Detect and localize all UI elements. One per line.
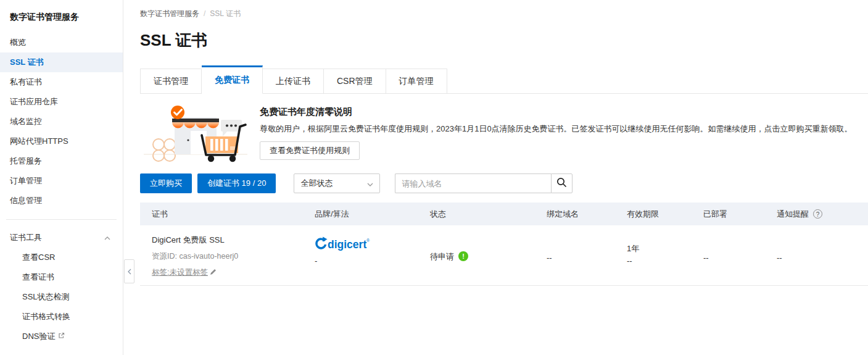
sidebar-item-ssl-status-check[interactable]: SSL状态检测 bbox=[0, 287, 123, 307]
main-content: 数字证书管理服务/SSL 证书 SSL 证书 证书管理 免费证书 上传证书 CS… bbox=[124, 0, 868, 355]
domain-search bbox=[395, 173, 572, 193]
status-filter-select[interactable]: 全部状态 bbox=[294, 173, 380, 193]
chevron-up-icon bbox=[104, 228, 110, 248]
banner-body: 免费证书年度清零说明 尊敬的用户，根据阿里云免费证书年度使用规则，2023年1月… bbox=[260, 101, 853, 160]
brand-cell: digicert ® - bbox=[315, 225, 430, 285]
status-cell: 待申请 ! bbox=[430, 225, 547, 285]
cert-tag-edit-link[interactable]: 标签:未设置标签 bbox=[152, 267, 217, 278]
cert-cell: DigiCert 免费版 SSL 资源ID: cas-ivauto-heerj0… bbox=[140, 225, 315, 285]
tab-order-management[interactable]: 订单管理 bbox=[386, 69, 447, 94]
sidebar: 数字证书管理服务 概览 SSL 证书 私有证书 证书应用仓库 域名监控 网站代理… bbox=[0, 0, 123, 355]
view-free-cert-rules-button[interactable]: 查看免费证书使用规则 bbox=[260, 141, 360, 160]
status-pending-icon: ! bbox=[458, 251, 468, 261]
breadcrumb-root[interactable]: 数字证书管理服务 bbox=[140, 9, 199, 18]
bound-domain-cell: -- bbox=[547, 225, 627, 285]
sidebar-group-label: 证书工具 bbox=[10, 228, 42, 248]
col-header-deployed: 已部署 bbox=[703, 209, 777, 220]
chevron-left-icon bbox=[128, 266, 131, 277]
page-title: SSL 证书 bbox=[140, 30, 868, 51]
ssl-certificate-console: 数字证书管理服务 概览 SSL 证书 私有证书 证书应用仓库 域名监控 网站代理… bbox=[0, 0, 868, 355]
certificate-table: 证书 品牌/算法 状态 绑定域名 有效期限 已部署 通知提醒 ? DigiCer… bbox=[140, 203, 868, 286]
cert-resource-id: 资源ID: cas-ivauto-heerj0 bbox=[152, 251, 315, 262]
tab-free-cert[interactable]: 免费证书 bbox=[202, 65, 263, 94]
tab-upload-cert[interactable]: 上传证书 bbox=[263, 69, 324, 94]
validity-sub-value: -- bbox=[627, 256, 703, 265]
external-link-icon bbox=[58, 327, 65, 346]
table-header-row: 证书 品牌/算法 状态 绑定域名 有效期限 已部署 通知提醒 ? bbox=[140, 203, 868, 225]
breadcrumb-current: SSL 证书 bbox=[210, 9, 241, 18]
col-header-status: 状态 bbox=[430, 209, 547, 220]
create-cert-button[interactable]: 创建证书 19 / 20 bbox=[197, 173, 276, 193]
sidebar-item-label: SSL状态检测 bbox=[22, 287, 70, 307]
chevron-down-icon bbox=[367, 179, 373, 188]
sidebar-item-hosting[interactable]: 托管服务 bbox=[0, 151, 123, 171]
tab-cert-management[interactable]: 证书管理 bbox=[140, 69, 202, 94]
tab-bar: 证书管理 免费证书 上传证书 CSR管理 订单管理 bbox=[140, 65, 868, 94]
breadcrumb: 数字证书管理服务/SSL 证书 bbox=[124, 0, 868, 19]
registered-mark: ® bbox=[366, 238, 370, 243]
sidebar-item-label: 查看证书 bbox=[22, 267, 54, 287]
col-header-bound-domain: 绑定域名 bbox=[547, 209, 627, 220]
sidebar-group-cert-tools[interactable]: 证书工具 bbox=[0, 228, 123, 248]
sidebar-item-label: 证书格式转换 bbox=[22, 307, 70, 327]
sidebar-item-dns-verify[interactable]: DNS验证 bbox=[0, 327, 123, 346]
cert-tag-label: 标签:未设置标签 bbox=[152, 267, 208, 278]
sidebar-item-cert-repo[interactable]: 证书应用仓库 bbox=[0, 92, 123, 112]
cert-name: DigiCert 免费版 SSL bbox=[152, 225, 315, 246]
storefront-cart-illustration bbox=[143, 101, 249, 165]
digicert-logo-text: digicert bbox=[328, 238, 366, 251]
search-icon bbox=[556, 177, 567, 190]
sidebar-item-info-mgmt[interactable]: 信息管理 bbox=[0, 191, 123, 211]
sidebar-item-web-proxy-https[interactable]: 网站代理HTTPS bbox=[0, 132, 123, 151]
sidebar-item-label: 查看CSR bbox=[22, 248, 55, 267]
sidebar-item-cert-format-convert[interactable]: 证书格式转换 bbox=[0, 307, 123, 327]
validity-cell: 1年 -- bbox=[627, 225, 703, 285]
sidebar-collapse-handle[interactable] bbox=[124, 259, 134, 283]
col-header-brand-algorithm: 品牌/算法 bbox=[315, 209, 430, 220]
col-header-validity: 有效期限 bbox=[627, 209, 703, 220]
banner-title: 免费证书年度清零说明 bbox=[260, 106, 853, 118]
col-header-notify-label: 通知提醒 bbox=[777, 209, 809, 220]
search-button[interactable] bbox=[551, 173, 572, 193]
digicert-logo: digicert ® bbox=[315, 236, 430, 254]
tab-csr-management[interactable]: CSR管理 bbox=[324, 69, 386, 94]
toolbar: 立即购买 创建证书 19 / 20 全部状态 bbox=[140, 173, 868, 193]
status-filter-value: 全部状态 bbox=[300, 178, 333, 189]
breadcrumb-separator: / bbox=[204, 9, 205, 18]
domain-search-input[interactable] bbox=[395, 173, 551, 193]
edit-pencil-icon bbox=[210, 269, 217, 277]
col-header-notify: 通知提醒 ? bbox=[777, 209, 868, 220]
sidebar-item-view-cert[interactable]: 查看证书 bbox=[0, 267, 123, 287]
sidebar-item-private-cert[interactable]: 私有证书 bbox=[0, 72, 123, 92]
free-cert-notice-banner: 免费证书年度清零说明 尊敬的用户，根据阿里云免费证书年度使用规则，2023年1月… bbox=[140, 101, 868, 165]
table-row: DigiCert 免费版 SSL 资源ID: cas-ivauto-heerj0… bbox=[140, 225, 868, 286]
sidebar-item-ssl-cert[interactable]: SSL 证书 bbox=[0, 52, 123, 72]
sidebar-item-orders[interactable]: 订单管理 bbox=[0, 171, 123, 191]
sidebar-item-view-csr[interactable]: 查看CSR bbox=[0, 248, 123, 267]
col-header-certificate: 证书 bbox=[140, 209, 315, 220]
buy-now-button[interactable]: 立即购买 bbox=[140, 173, 192, 193]
deployed-cell: -- bbox=[703, 225, 777, 285]
sidebar-item-overview[interactable]: 概览 bbox=[0, 33, 123, 52]
status-text: 待申请 bbox=[430, 251, 454, 262]
validity-value: 1年 bbox=[627, 243, 703, 254]
sidebar-divider bbox=[6, 219, 117, 220]
banner-description: 尊敬的用户，根据阿里云免费证书年度使用规则，2023年1月1日0点清除历史免费证… bbox=[260, 123, 853, 134]
help-icon[interactable]: ? bbox=[813, 209, 822, 219]
notify-cell: -- bbox=[777, 225, 868, 285]
sidebar-title: 数字证书管理服务 bbox=[0, 0, 123, 21]
sidebar-item-domain-monitor[interactable]: 域名监控 bbox=[0, 112, 123, 132]
brand-algorithm-value: - bbox=[315, 256, 430, 265]
sidebar-item-label: DNS验证 bbox=[22, 327, 55, 346]
